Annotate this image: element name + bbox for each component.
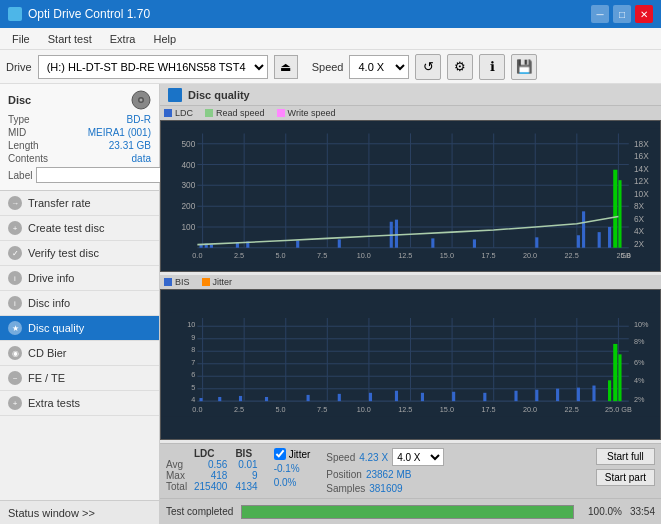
speed-label: Speed xyxy=(312,61,344,73)
speed-select[interactable]: 4.0 X xyxy=(349,55,409,79)
disc-section-title: Disc xyxy=(8,94,31,106)
jitter-legend: Jitter xyxy=(202,277,233,287)
svg-text:15.0: 15.0 xyxy=(440,251,454,260)
svg-rect-56 xyxy=(431,238,434,247)
stats-controls: LDC BIS Avg 0.56 0.01 Max 418 9 Total 21… xyxy=(160,443,661,498)
svg-text:2.5: 2.5 xyxy=(234,251,244,260)
svg-text:6: 6 xyxy=(191,370,195,379)
svg-text:400: 400 xyxy=(181,160,195,170)
nav-transfer-rate[interactable]: → Transfer rate xyxy=(0,191,159,216)
transfer-icon: → xyxy=(8,196,22,210)
speed-position-section: Speed 4.23 X 4.0 X Position 23862 MB Sam… xyxy=(326,448,444,494)
nav-disc-quality[interactable]: ★ Disc quality xyxy=(0,316,159,341)
length-label: Length xyxy=(8,140,39,151)
top-chart-svg: 500 400 300 200 100 18X 16X 14X 12X 10X … xyxy=(161,121,660,271)
toolbar: Drive (H:) HL-DT-ST BD-RE WH16NS58 TST4 … xyxy=(0,50,661,84)
start-part-button[interactable]: Start part xyxy=(596,469,655,486)
info-button[interactable]: ℹ xyxy=(479,54,505,80)
status-text: Test completed xyxy=(166,506,233,517)
position-value: 23862 MB xyxy=(366,469,412,480)
minimize-button[interactable]: ─ xyxy=(591,5,609,23)
nav-drive-info[interactable]: i Drive info xyxy=(0,266,159,291)
svg-text:10.0: 10.0 xyxy=(357,404,371,413)
menu-help[interactable]: Help xyxy=(145,31,184,47)
drive-select[interactable]: (H:) HL-DT-ST BD-RE WH16NS58 TST4 xyxy=(38,55,268,79)
svg-text:12.5: 12.5 xyxy=(398,404,412,413)
svg-text:500: 500 xyxy=(181,139,195,149)
svg-rect-118 xyxy=(514,390,517,400)
nav-verify-test[interactable]: ✓ Verify test disc xyxy=(0,241,159,266)
jitter-check-label: Jitter xyxy=(289,449,311,460)
svg-text:4: 4 xyxy=(191,395,195,404)
status-window-button[interactable]: Status window >> xyxy=(0,500,159,524)
svg-text:16X: 16X xyxy=(634,151,649,161)
svg-text:300: 300 xyxy=(181,180,195,190)
jitter-avg: -0.1% xyxy=(274,463,311,474)
svg-rect-110 xyxy=(265,396,268,400)
fe-te-icon: ~ xyxy=(8,371,22,385)
mid-value: MEIRA1 (001) xyxy=(88,127,151,138)
svg-rect-49 xyxy=(210,245,213,248)
nav-create-test[interactable]: + Create test disc xyxy=(0,216,159,241)
menu-start-test[interactable]: Start test xyxy=(40,31,100,47)
svg-rect-53 xyxy=(338,239,341,247)
ldc-col-header: LDC xyxy=(194,448,235,459)
svg-text:12X: 12X xyxy=(634,176,649,186)
nav-extra-tests[interactable]: + Extra tests xyxy=(0,391,159,416)
ldc-avg-value: 0.56 xyxy=(194,459,235,470)
main-area: Disc Type BD-R MID MEIRA1 (001) Length 2… xyxy=(0,84,661,524)
nav-cd-bier-label: CD Bier xyxy=(28,347,67,359)
save-button[interactable]: 💾 xyxy=(511,54,537,80)
svg-text:GB: GB xyxy=(620,251,631,260)
menu-extra[interactable]: Extra xyxy=(102,31,144,47)
svg-text:8: 8 xyxy=(191,345,195,354)
chart-header: Disc quality xyxy=(160,84,661,106)
svg-rect-60 xyxy=(582,211,585,247)
jitter-checkbox[interactable] xyxy=(274,448,286,460)
svg-text:2%: 2% xyxy=(634,395,645,404)
svg-rect-61 xyxy=(598,232,601,248)
top-chart: 500 400 300 200 100 18X 16X 14X 12X 10X … xyxy=(160,120,661,272)
svg-text:8%: 8% xyxy=(634,336,645,345)
read-speed-legend: Read speed xyxy=(205,108,265,118)
drive-label: Drive xyxy=(6,61,32,73)
maximize-button[interactable]: □ xyxy=(613,5,631,23)
svg-text:9: 9 xyxy=(191,332,195,341)
nav-verify-label: Verify test disc xyxy=(28,247,99,259)
eject-button[interactable]: ⏏ xyxy=(274,55,298,79)
position-row: Position 23862 MB xyxy=(326,469,444,480)
disc-panel-header: Disc xyxy=(8,90,151,110)
bis-total-value: 4134 xyxy=(235,481,265,492)
bottom-chart: 10 9 8 7 6 5 4 10% 8% 6% 4% 2% 0.0 2.5 5… xyxy=(160,289,661,441)
close-button[interactable]: ✕ xyxy=(635,5,653,23)
jitter-label: Jitter xyxy=(213,277,233,287)
bottom-chart-svg: 10 9 8 7 6 5 4 10% 8% 6% 4% 2% 0.0 2.5 5… xyxy=(161,290,660,440)
nav-disc-info[interactable]: i Disc info xyxy=(0,291,159,316)
speed-row: Speed 4.23 X 4.0 X xyxy=(326,448,444,466)
contents-value: data xyxy=(132,153,151,164)
disc-contents-row: Contents data xyxy=(8,153,151,164)
menu-file[interactable]: File xyxy=(4,31,38,47)
svg-text:4X: 4X xyxy=(634,226,645,236)
nav-drive-label: Drive info xyxy=(28,272,74,284)
refresh-button[interactable]: ↺ xyxy=(415,54,441,80)
start-full-button[interactable]: Start full xyxy=(596,448,655,465)
label-input[interactable] xyxy=(36,167,169,183)
nav-cd-bier[interactable]: ◉ CD Bier xyxy=(0,341,159,366)
type-label: Type xyxy=(8,114,30,125)
config-button[interactable]: ⚙ xyxy=(447,54,473,80)
speed-stat-select[interactable]: 4.0 X xyxy=(392,448,444,466)
svg-text:10%: 10% xyxy=(634,320,649,329)
total-row-label: Total xyxy=(166,481,194,492)
samples-row: Samples 381609 xyxy=(326,483,444,494)
svg-rect-112 xyxy=(338,393,341,400)
svg-rect-117 xyxy=(483,392,486,400)
svg-text:4%: 4% xyxy=(634,376,645,385)
svg-rect-114 xyxy=(395,390,398,400)
disc-type-row: Type BD-R xyxy=(8,114,151,125)
position-label: Position xyxy=(326,469,362,480)
speed-stat-value: 4.23 X xyxy=(359,452,388,463)
bis-legend: BIS xyxy=(164,277,190,287)
nav-fe-te[interactable]: ~ FE / TE xyxy=(0,366,159,391)
speed-stat-label: Speed xyxy=(326,452,355,463)
